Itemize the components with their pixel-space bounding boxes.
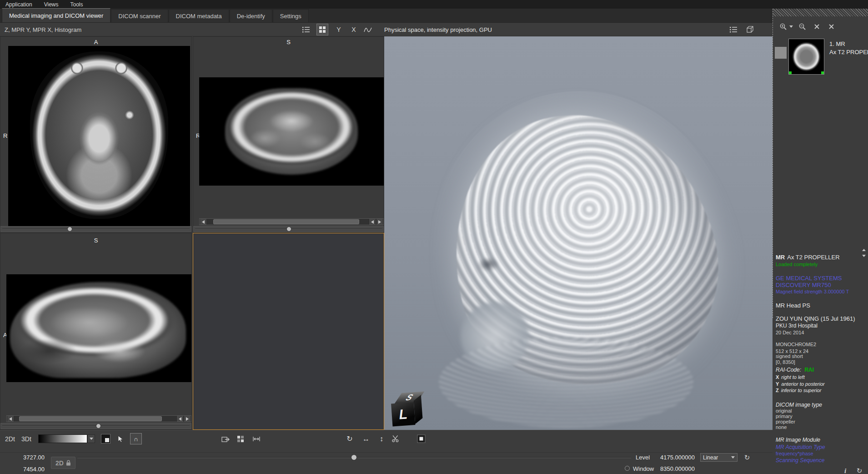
axis-y-button[interactable]: Y: [333, 24, 345, 35]
zoom-dropdown-button[interactable]: [788, 22, 794, 30]
layout-tiles-button[interactable]: [235, 433, 246, 444]
close-all-button[interactable]: [827, 22, 836, 30]
coronal-scrollbar[interactable]: [199, 218, 384, 225]
zoom-in-button[interactable]: [778, 22, 788, 30]
value-range: [0, 8350]: [776, 359, 795, 365]
magnifier-plus-icon: [779, 23, 787, 30]
scroll-right-button[interactable]: [184, 416, 191, 422]
axial-slice-image[interactable]: [8, 46, 190, 226]
up-arrow-icon: [862, 249, 866, 251]
reset-sidebar-button[interactable]: ↻: [854, 466, 864, 474]
flip-horizontal-button[interactable]: ↔: [360, 433, 372, 444]
cube-front-face[interactable]: L: [391, 402, 415, 426]
range-upper-value: 3727.00: [16, 454, 45, 461]
lut-gradient-selector[interactable]: [38, 434, 87, 443]
lut-dropdown-button[interactable]: [87, 434, 95, 443]
scroll-right-button[interactable]: [376, 219, 383, 225]
zoom-out-button[interactable]: [798, 22, 807, 30]
volume-box-button[interactable]: [744, 24, 756, 35]
scroll-down-button[interactable]: [862, 255, 866, 257]
coronal-slice-image[interactable]: [199, 77, 384, 186]
acquisition-type-label: MR Acquisition Type: [776, 444, 825, 450]
scroll-left-button[interactable]: [200, 219, 207, 225]
series-thumbnail[interactable]: [788, 39, 824, 75]
menu-tools[interactable]: Tools: [70, 1, 83, 8]
axial-slice-slider[interactable]: [0, 226, 191, 232]
close-icon: [814, 24, 820, 30]
background-color-button[interactable]: [415, 433, 428, 444]
reformat-button[interactable]: [219, 433, 232, 444]
scroll-track[interactable]: [207, 219, 369, 225]
viewport-empty-selected[interactable]: [193, 233, 384, 430]
rai-code-label: RAI-Code:: [776, 367, 801, 373]
sagittal-scrollbar[interactable]: [6, 415, 191, 422]
reset-view-button[interactable]: ↻: [344, 433, 356, 444]
pointer-tool-button[interactable]: [115, 433, 126, 444]
scroll-left-button[interactable]: [369, 219, 376, 225]
tab-medical-imaging-viewer[interactable]: Medical imaging and DICOM viewer: [2, 8, 110, 22]
viewport-coronal[interactable]: S R: [193, 36, 384, 232]
view-grid-layout-button[interactable]: [316, 24, 328, 35]
tab-de-identify[interactable]: De-identify: [230, 9, 272, 22]
patient-name: ZOU YUN QING (15 Jul 1961): [776, 315, 855, 322]
slider-handle[interactable]: [67, 227, 72, 232]
interpolation-dropdown[interactable]: Linear: [700, 453, 738, 462]
scroll-left-button[interactable]: [7, 416, 14, 422]
scroll-up-button[interactable]: [862, 249, 866, 251]
scroll-thumb[interactable]: [213, 219, 359, 224]
info-button[interactable]: i: [840, 466, 850, 474]
reset-window-level-button[interactable]: ↻: [742, 453, 752, 462]
slider-handle[interactable]: [96, 424, 101, 429]
viewport-sagittal[interactable]: S A: [0, 233, 192, 430]
mode-2d-button[interactable]: 2Dt: [3, 433, 17, 444]
slider-handle[interactable]: [351, 454, 357, 460]
level-slider[interactable]: [77, 454, 631, 461]
dock-handle-hatch[interactable]: [773, 9, 868, 16]
thumbnail-corner-marker: [789, 71, 792, 74]
flip-vertical-button[interactable]: ↕: [376, 433, 387, 444]
window-radio-button[interactable]: [625, 466, 630, 471]
invert-colors-button[interactable]: [101, 434, 110, 444]
clip-tool-button[interactable]: [389, 433, 401, 444]
tab-dicom-scanner[interactable]: DICOM scanner: [111, 9, 168, 22]
orientation-cube[interactable]: S L: [389, 391, 428, 428]
mode-3d-button[interactable]: 3Dt: [19, 433, 34, 444]
level-value: 4175.000000: [654, 454, 695, 461]
device-model: DISCOVERY MR750: [776, 282, 831, 288]
series-index-label: 1. MR: [829, 40, 845, 47]
left-arrow-icon: [179, 417, 181, 421]
axis-z-direction: inferior to superior: [781, 388, 822, 393]
coronal-slice-slider[interactable]: [193, 226, 384, 232]
tab-dicom-metadata[interactable]: DICOM metadata: [169, 9, 229, 22]
viewport-axial[interactable]: A R: [0, 36, 192, 232]
modality-label: MR: [776, 254, 785, 261]
coronal-brain-render: [225, 88, 358, 175]
fit-width-button[interactable]: [250, 433, 263, 444]
series-select-box[interactable]: [775, 47, 787, 59]
scroll-track[interactable]: [14, 416, 176, 422]
histogram-button[interactable]: [362, 24, 374, 35]
slider-track: [2, 229, 190, 230]
scroll-thumb[interactable]: [19, 416, 162, 421]
sagittal-slice-slider[interactable]: [0, 423, 191, 429]
windowing-tool-button[interactable]: ∩: [130, 433, 142, 444]
tab-settings[interactable]: Settings: [273, 9, 309, 22]
lock-2d-toggle[interactable]: 2D: [51, 457, 75, 469]
list-icon: [302, 26, 310, 33]
app-window: Application Views Tools Medical imaging …: [0, 0, 868, 474]
viewport-3d-render[interactable]: S L: [384, 36, 773, 430]
slider-handle[interactable]: [286, 227, 291, 232]
sagittal-slice-image[interactable]: [6, 274, 191, 382]
reformat-icon: [221, 435, 230, 443]
axis-x-button[interactable]: X: [348, 24, 360, 35]
close-icon: [828, 24, 834, 30]
axis-x-direction: right to left: [781, 374, 804, 380]
view-list-layout-button[interactable]: [300, 24, 312, 35]
scroll-left-button[interactable]: [176, 416, 184, 422]
pixel-type: signed short: [776, 353, 803, 359]
menu-application[interactable]: Application: [5, 1, 32, 8]
sidebar-list-button[interactable]: [728, 24, 739, 35]
close-series-button[interactable]: [812, 22, 821, 30]
menu-views[interactable]: Views: [44, 1, 59, 8]
square-in-square-icon: [417, 434, 426, 443]
